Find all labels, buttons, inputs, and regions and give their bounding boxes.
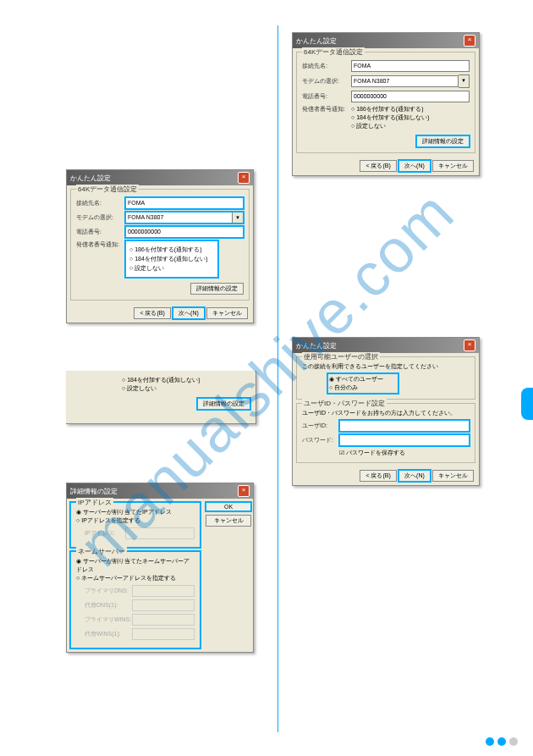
side-tab-marker: [521, 388, 533, 420]
radio-all-users[interactable]: ◉ すべてのユーザー: [329, 375, 397, 384]
cancel-button[interactable]: キャンセル: [206, 515, 251, 527]
close-icon[interactable]: ×: [464, 339, 475, 351]
input-ip: [125, 527, 195, 539]
radio-186[interactable]: ○ 186を付加する(通知する): [351, 105, 430, 113]
group-user-select: 使用可能ユーザーの選択 この接続を利用できるユーザーを指定してください ◉ すべ…: [296, 356, 475, 400]
label-name: 接続先名:: [76, 199, 125, 207]
titlebar: かんたん設定 ×: [67, 170, 253, 185]
button-row: < 戻る(B) 次へ(N) キャンセル: [67, 304, 253, 323]
input-pwd[interactable]: [339, 434, 470, 446]
dialog-title: かんたん設定: [70, 174, 111, 183]
dialog-user-password: かんたん設定 × 使用可能ユーザーの選択 この接続を利用できるユーザーを指定して…: [292, 337, 480, 486]
back-button[interactable]: < 戻る(B): [360, 160, 396, 172]
label-name: 接続先名:: [302, 62, 351, 70]
dialog-detail-settings: 詳細情報の設定 × IPアドレス ◉ サーバーが割り当てたIPアドレス ○ IP…: [66, 483, 254, 653]
radio-group-caller-id: ○ 186を付加する(通知する) ○ 184を付加する(通知しない) ○ 設定し…: [351, 105, 430, 130]
label-modem: モデムの選択:: [76, 213, 125, 222]
column-divider: [277, 25, 278, 732]
dialog-easy-setup-2: かんたん設定 × 64Kデータ通信設定 接続先名: FOMA モデムの選択: F…: [292, 32, 480, 176]
next-button[interactable]: 次へ(N): [398, 470, 431, 482]
label-ip: IPアドレス:: [85, 529, 125, 538]
cancel-button[interactable]: キャンセル: [206, 307, 248, 319]
titlebar: かんたん設定 ×: [293, 33, 479, 48]
detail-button[interactable]: 詳細情報の設定: [190, 283, 244, 295]
dialog-title: かんたん設定: [296, 341, 337, 350]
radio-none[interactable]: ○ 設定しない: [129, 264, 214, 273]
radio-ip-manual[interactable]: ○ IPアドレスを指定する: [76, 516, 195, 525]
input-phone[interactable]: 0000000000: [125, 226, 244, 238]
group-text: ユーザID・パスワードをお持ちの方は入力してください。: [302, 409, 470, 417]
radio-user-scope: ◉ すべてのユーザー ○ 自分のみ: [327, 373, 398, 394]
detail-button[interactable]: 詳細情報の設定: [416, 135, 470, 147]
radio-ns-manual[interactable]: ○ ネームサーバーアドレスを指定する: [76, 574, 195, 582]
dialog-strip: ○ 184を付加する(通知しない) ○ 設定しない 詳細情報の設定: [66, 371, 256, 424]
radio-184[interactable]: ○ 184を付加する(通知しない): [351, 113, 430, 122]
radio-184[interactable]: ○ 184を付加する(通知しない): [122, 376, 250, 384]
titlebar: かんたん設定 ×: [293, 338, 479, 353]
dialog-easy-setup-1: かんたん設定 × 64Kデータ通信設定 接続先名: FOMA モデムの選択: F…: [66, 169, 254, 323]
radio-184[interactable]: ○ 184を付加する(通知しない): [129, 255, 214, 263]
select-modem[interactable]: FOMA N3807: [125, 212, 233, 223]
group-credentials: ユーザID・パスワード設定 ユーザID・パスワードをお持ちの方は入力してください…: [296, 403, 475, 463]
group-label: 64Kデータ通信設定: [76, 185, 139, 194]
input-phone[interactable]: 0000000000: [351, 91, 470, 102]
button-row: < 戻る(B) 次へ(N) キャンセル: [293, 157, 479, 175]
group-64k: 64Kデータ通信設定 接続先名: FOMA モデムの選択: FOMA N3807…: [70, 189, 250, 301]
radio-none[interactable]: ○ 設定しない: [122, 384, 250, 393]
next-button[interactable]: 次へ(N): [173, 307, 205, 319]
detail-button[interactable]: 詳細情報の設定: [197, 398, 250, 410]
input-name[interactable]: FOMA: [351, 60, 470, 72]
back-button[interactable]: < 戻る(B): [134, 307, 170, 319]
close-icon[interactable]: ×: [464, 35, 475, 47]
label-pwd: パスワード:: [302, 436, 339, 444]
group-ip: IPアドレス ◉ サーバーが割り当てたIPアドレス ○ IPアドレスを指定する …: [70, 502, 201, 548]
label-caller-id: 発信者番号通知:: [302, 105, 351, 113]
cancel-button[interactable]: キャンセル: [432, 470, 474, 482]
group-label: 使用可能ユーザーの選択: [302, 352, 380, 361]
label-phone: 電話番号:: [76, 228, 125, 236]
button-row: < 戻る(B) 次へ(N) キャンセル: [293, 466, 479, 485]
radio-186[interactable]: ○ 186を付加する(通知する): [129, 246, 214, 254]
radio-ns-auto[interactable]: ◉ サーバーが割り当てたネームサーバーアドレス: [76, 557, 195, 574]
group-label: IPアドレス: [76, 498, 113, 507]
radio-self-only[interactable]: ○ 自分のみ: [329, 384, 397, 392]
label-caller-id: 発信者番号通知:: [76, 240, 125, 249]
radio-group-caller-id: ○ 186を付加する(通知する) ○ 184を付加する(通知しない) ○ 設定し…: [125, 240, 218, 278]
label-modem: モデムの選択:: [302, 77, 351, 86]
chevron-down-icon[interactable]: ▼: [233, 212, 244, 223]
group-label: ユーザID・パスワード設定: [302, 399, 387, 408]
input-name[interactable]: FOMA: [125, 197, 244, 209]
page-indicator: [486, 737, 518, 746]
dialog-title: かんたん設定: [296, 36, 337, 46]
cancel-button[interactable]: キャンセル: [432, 160, 474, 172]
dialog-title: 詳細情報の設定: [70, 487, 118, 496]
group-label: ネームサーバー: [76, 547, 127, 556]
group-text: この接続を利用できるユーザーを指定してください: [302, 362, 470, 371]
back-button[interactable]: < 戻る(B): [360, 470, 396, 482]
ok-button[interactable]: OK: [206, 502, 251, 511]
group-nameserver: ネームサーバー ◉ サーバーが割り当てたネームサーバーアドレス ○ ネームサーバ…: [70, 551, 201, 648]
group-label: 64Kデータ通信設定: [302, 47, 365, 57]
next-button[interactable]: 次へ(N): [398, 160, 431, 172]
label-uid: ユーザID:: [302, 422, 339, 430]
checkbox-save-pwd[interactable]: ☑ パスワードを保存する: [339, 449, 470, 457]
select-modem[interactable]: FOMA N3807: [351, 75, 459, 87]
input-uid[interactable]: [339, 420, 470, 432]
chevron-down-icon[interactable]: ▼: [459, 74, 470, 88]
titlebar: 詳細情報の設定 ×: [67, 483, 253, 499]
close-icon[interactable]: ×: [238, 485, 250, 497]
radio-none[interactable]: ○ 設定しない: [351, 122, 430, 130]
close-icon[interactable]: ×: [238, 172, 250, 184]
label-phone: 電話番号:: [302, 92, 351, 101]
radio-ip-auto[interactable]: ◉ サーバーが割り当てたIPアドレス: [76, 508, 195, 516]
group-64k: 64Kデータ通信設定 接続先名: FOMA モデムの選択: FOMA N3807…: [296, 52, 475, 153]
